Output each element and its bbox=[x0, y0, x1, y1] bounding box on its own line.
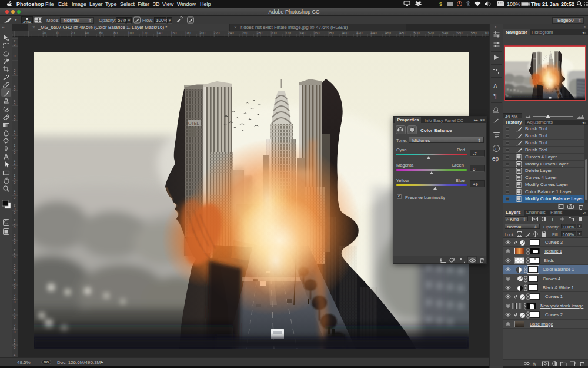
svg-text:A: A bbox=[493, 83, 497, 89]
svg-text:i: i bbox=[495, 146, 496, 151]
svg-text:fx: fx bbox=[533, 362, 536, 367]
svg-text:ep: ep bbox=[492, 155, 499, 162]
svg-text:¶: ¶ bbox=[493, 92, 497, 100]
svg-text:T: T bbox=[551, 217, 554, 221]
